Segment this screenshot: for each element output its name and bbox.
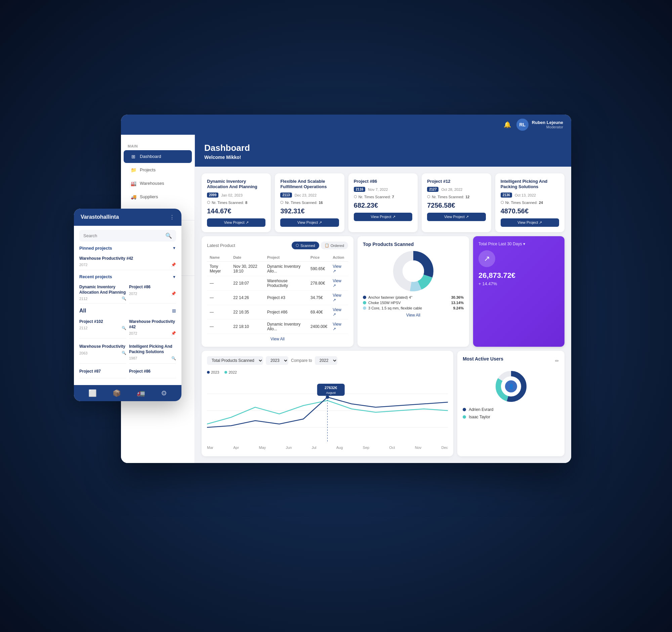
edit-icon[interactable]: ✏	[555, 358, 559, 364]
col-action: Action	[330, 253, 348, 262]
cell-action[interactable]: View ↗	[330, 305, 348, 319]
list-item[interactable]: Warehouse Productivity 2063 🔍	[79, 341, 126, 363]
sidebar-item-projects[interactable]: 📁 Projects	[124, 164, 192, 176]
list-item[interactable]: Warehouse Productivity #42 2072 📌	[129, 316, 176, 339]
user-name-label: Isaac Taylor	[469, 415, 490, 419]
user-legend: Adrien Evrard Isaac Taylor	[463, 407, 559, 419]
view-project-button[interactable]: View Project ↗	[501, 218, 559, 227]
outer-wrapper: Varastohallinta ⋮ 🔍 Pinned projects ▼ Wa…	[101, 115, 571, 518]
search-input[interactable]	[83, 233, 163, 238]
truck-icon[interactable]: 🚛	[137, 389, 145, 397]
project-card-1: Flexible And Scalable Fulfillment Operat…	[275, 173, 344, 233]
card-amount: 144.67€	[207, 207, 265, 215]
list-item[interactable]: Project #86	[129, 366, 176, 379]
cell-date: 22 16:35	[231, 305, 264, 319]
box-icon[interactable]: 📦	[113, 389, 121, 397]
card-meta: 2127 Oct 28, 2022	[427, 187, 485, 192]
cell-action[interactable]: View ↗	[330, 262, 348, 276]
year-selector[interactable]: 2023 2022	[266, 356, 288, 365]
total-amount: 26,873.72€	[478, 271, 559, 280]
floating-panel: Varastohallinta ⋮ 🔍 Pinned projects ▼ Wa…	[74, 209, 182, 402]
cell-project: Project #3	[264, 291, 308, 305]
recent-label: Recent projects	[79, 274, 112, 279]
project-list-name: Project #87	[79, 369, 126, 374]
col-project: Project	[264, 253, 308, 262]
all-grid: Project #102 2112 🔍 Warehouse Productivi…	[79, 316, 176, 378]
grid-icon: ⊞	[172, 308, 176, 314]
legend-pct: 13.14%	[451, 301, 464, 305]
tab-ordered[interactable]: 📋 Ordered	[320, 242, 348, 249]
cell-action[interactable]: View ↗	[330, 291, 348, 305]
chart-x-labels: Mar Apr May Jun Jul Aug Sep Oct Nov Dec	[207, 444, 448, 451]
list-item[interactable]: Project #102 2112 🔍	[79, 316, 126, 339]
panel-menu-icon[interactable]: ⋮	[169, 214, 175, 220]
tab-scanned[interactable]: ⬡ Scanned	[292, 242, 319, 249]
view-project-button[interactable]: View Project ↗	[354, 213, 412, 221]
dropdown-icon[interactable]: ▾	[523, 242, 525, 246]
pin-icon: 📌	[171, 331, 176, 336]
view-project-button[interactable]: View Project ↗	[280, 218, 339, 227]
view-all-link[interactable]: View All	[207, 337, 348, 341]
card-badge: 2136	[501, 193, 512, 198]
legend-label: Choke 150W HPSV	[368, 301, 449, 305]
legend-item-1: Choke 150W HPSV 13.14%	[363, 301, 464, 305]
total-change: + 14.47%	[478, 281, 559, 286]
sidebar-item-warehouses[interactable]: 🏭 Warehouses	[124, 177, 192, 190]
recent-chevron[interactable]: ▼	[172, 275, 176, 279]
card-title: Project #12	[427, 179, 485, 185]
main-content: Dashboard Welcome Mikko! Dynamic Invento…	[195, 135, 571, 463]
floating-panel-header: Varastohallinta ⋮	[74, 209, 182, 226]
pinned-projects-section: Pinned projects ▼ Warehouse Productivity…	[79, 246, 176, 270]
card-badge: 2116	[354, 187, 365, 192]
dot-2023	[207, 371, 210, 373]
list-item[interactable]: Intelligent Picking And Packing Solution…	[129, 341, 176, 363]
bottom-section: Total Products Scanned 2023 2022 Compare…	[195, 351, 571, 463]
qr-icon[interactable]: ⬜	[88, 389, 97, 397]
cell-action[interactable]: View ↗	[330, 319, 348, 334]
list-item[interactable]: Dynamic Inventory Allocation And Plannin…	[79, 282, 126, 304]
project-list-name: Intelligent Picking And Packing Solution…	[129, 344, 176, 355]
view-project-button[interactable]: View Project ↗	[427, 213, 485, 221]
cell-action[interactable]: View ↗	[330, 276, 348, 291]
table-row: Tony Meyer Nov 30, 2022 18:10 Dynamic In…	[207, 262, 348, 276]
scan-icon: ⬡	[427, 195, 430, 199]
products-selector[interactable]: Total Products Scanned	[207, 356, 263, 365]
user-dot	[463, 408, 466, 411]
project-card-3: Project #12 2127 Oct 28, 2022 ⬡ Nr. Time…	[422, 173, 491, 233]
chart-panel: Total Products Scanned 2023 2022 Compare…	[201, 351, 453, 456]
view-all-products-link[interactable]: View All	[363, 313, 464, 317]
username-text: Mikko!	[226, 154, 241, 160]
legend-dot	[363, 296, 366, 299]
card-amount: 392.31€	[280, 207, 339, 215]
pinned-chevron[interactable]: ▼	[172, 246, 176, 250]
card-badge: 2099	[207, 193, 218, 198]
sidebar-item-dashboard[interactable]: ⊞ Dashboard	[124, 150, 192, 163]
donut-container: 👤	[463, 370, 559, 403]
warehouses-icon: 🏭	[130, 180, 137, 187]
list-item[interactable]: Project #86 2072 📌	[129, 282, 176, 304]
legend-pct: 30.36%	[451, 295, 464, 299]
compare-year-selector[interactable]: 2022 2021	[315, 356, 337, 365]
sidebar-item-suppliers[interactable]: 🚚 Suppliers	[124, 191, 192, 203]
notification-icon[interactable]: 🔔	[504, 121, 511, 128]
view-project-button[interactable]: View Project ↗	[207, 218, 265, 227]
cell-date: 22 14:26	[231, 291, 264, 305]
chart-controls: Total Products Scanned 2023 2022 Compare…	[207, 356, 448, 365]
order-tab-icon: 📋	[325, 243, 329, 248]
project-cards: Dynamic Inventory Allocation And Plannin…	[195, 167, 571, 233]
floating-panel-title: Varastohallinta	[81, 214, 119, 220]
svg-text:👤: 👤	[508, 384, 514, 389]
settings-icon[interactable]: ⚙	[161, 389, 167, 397]
card-scanned: ⬡ Nr. Times Scanned: 24	[501, 200, 559, 204]
project-list-id: 2072	[129, 331, 137, 335]
project-list-meta: 2072 📌	[129, 331, 176, 336]
list-item[interactable]: Project #87	[79, 366, 126, 379]
list-item[interactable]: Warehouse Productivity #42 2072 📌	[79, 253, 176, 270]
cell-name: —	[207, 276, 231, 291]
recent-header: Recent projects ▼	[79, 274, 176, 279]
table-row: — 22 14:26 Project #3 34.75€ View ↗	[207, 291, 348, 305]
project-card-2: Project #86 2116 Nov 7, 2022 ⬡ Nr. Times…	[349, 173, 418, 233]
project-list-name: Project #86	[129, 285, 176, 290]
cell-price: 590.65€	[308, 262, 330, 276]
dot-2022	[224, 371, 227, 373]
